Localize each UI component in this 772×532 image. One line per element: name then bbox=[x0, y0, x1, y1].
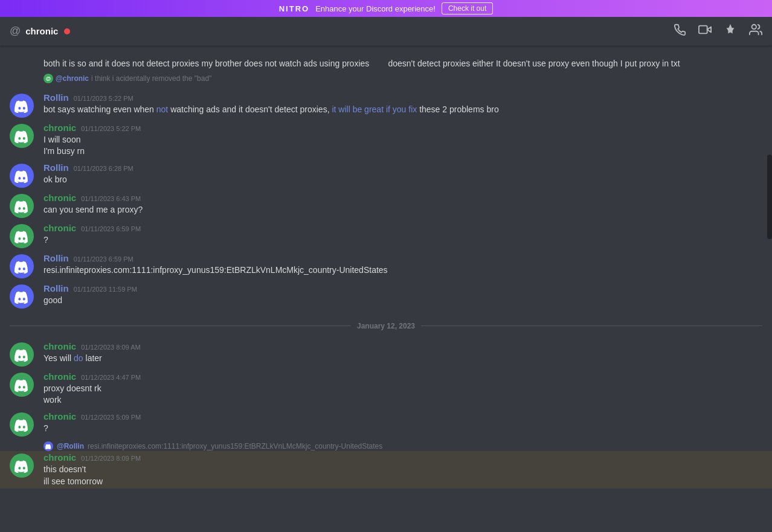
avatar bbox=[10, 224, 34, 248]
username: chronic bbox=[43, 411, 76, 421]
username: chronic bbox=[43, 452, 76, 463]
username: Rollin bbox=[43, 253, 69, 263]
channel-header-left: @ chronic bbox=[10, 25, 70, 37]
date-divider: January 12, 2023 bbox=[0, 312, 772, 340]
message-content: chronic 01/11/2023 6:43 PM can you send … bbox=[43, 193, 762, 218]
avatar bbox=[10, 254, 34, 278]
message-header: Rollin 01/11/2023 5:22 PM bbox=[43, 92, 762, 103]
username: chronic bbox=[43, 223, 76, 233]
message-text: good bbox=[43, 295, 762, 307]
avatar bbox=[10, 342, 34, 367]
channel-header-right bbox=[673, 23, 762, 39]
message-header: chronic 01/11/2023 6:43 PM bbox=[43, 193, 762, 203]
mention-avatar: @ bbox=[43, 74, 53, 83]
message-header: Rollin 01/11/2023 6:59 PM bbox=[43, 253, 762, 263]
username: Rollin bbox=[43, 92, 69, 103]
username: chronic bbox=[43, 371, 76, 382]
channel-name: chronic bbox=[25, 26, 58, 36]
username: Rollin bbox=[43, 162, 69, 173]
message-header: Rollin 01/11/2023 6:28 PM bbox=[43, 162, 762, 173]
list-item: Rollin 01/11/2023 6:28 PM ok bro bbox=[0, 161, 772, 189]
list-item: chronic 01/12/2023 8:09 PM this doesn't … bbox=[0, 451, 772, 489]
messages-area: both it is so and it does not detect pro… bbox=[0, 46, 772, 532]
at-icon: @ bbox=[10, 25, 21, 37]
timestamp: 01/11/2023 6:43 PM bbox=[81, 195, 141, 202]
message-text: proxy doesnt rk bbox=[43, 383, 762, 395]
message-text: I will soon bbox=[43, 134, 762, 146]
channel-header: @ chronic bbox=[0, 17, 772, 46]
username: chronic bbox=[43, 193, 76, 203]
message-header: chronic 01/11/2023 5:22 PM bbox=[43, 123, 762, 133]
timestamp: 01/11/2023 6:59 PM bbox=[74, 255, 133, 263]
timestamp: 01/11/2023 5:22 PM bbox=[74, 95, 133, 102]
list-item: chronic 01/11/2023 6:59 PM ? bbox=[0, 222, 772, 249]
phone-call-icon[interactable] bbox=[673, 23, 686, 39]
message-text: I'm busy rn bbox=[43, 146, 762, 158]
timestamp: 01/11/2023 6:28 PM bbox=[74, 165, 133, 172]
check-it-out-button[interactable]: Check it out bbox=[442, 2, 493, 14]
reply-avatar bbox=[43, 441, 53, 451]
timestamp: 01/11/2023 11:59 PM bbox=[74, 286, 137, 293]
svg-rect-1 bbox=[699, 26, 707, 34]
avatar bbox=[10, 412, 34, 437]
message-text: both it is so and it does not detect pro… bbox=[43, 58, 762, 70]
list-item: both it is so and it does not detect pro… bbox=[0, 56, 772, 72]
message-text: ? bbox=[43, 423, 762, 435]
pin-icon[interactable] bbox=[724, 23, 737, 39]
list-item: chronic 01/12/2023 5:09 PM ? bbox=[0, 410, 772, 438]
timestamp: 01/11/2023 5:22 PM bbox=[81, 125, 141, 132]
divider-line bbox=[10, 325, 351, 326]
nitro-enhance-text: Enhance your Discord experience! bbox=[315, 4, 436, 13]
username: Rollin bbox=[43, 283, 69, 293]
svg-marker-0 bbox=[707, 27, 711, 32]
list-item: chronic 01/11/2023 6:43 PM can you send … bbox=[0, 191, 772, 219]
message-header: chronic 01/12/2023 8:09 PM bbox=[43, 452, 762, 463]
scrollbar-thumb[interactable] bbox=[767, 155, 772, 239]
avatar bbox=[10, 453, 34, 478]
list-item: Rollin 01/11/2023 11:59 PM good bbox=[0, 282, 772, 310]
list-item: chronic 01/11/2023 5:22 PM I will soon I… bbox=[0, 121, 772, 159]
timestamp: 01/12/2023 4:47 PM bbox=[81, 374, 141, 381]
video-icon[interactable] bbox=[698, 23, 712, 39]
reply-reference: @Rollin resi.infiniteproxies.com:1111:in… bbox=[0, 440, 772, 451]
message-content: chronic 01/12/2023 8:09 AM Yes will do l… bbox=[43, 341, 762, 367]
message-content: chronic 01/12/2023 4:47 PM proxy doesnt … bbox=[43, 371, 762, 406]
at-mention-reply: @ @chronic i think i acidentally removed… bbox=[43, 74, 762, 83]
message-text: this doesn't bbox=[43, 464, 762, 476]
timestamp: 01/12/2023 8:09 PM bbox=[81, 455, 141, 462]
message-text: resi.infiniteproxies.com:1111:infproxy_y… bbox=[43, 264, 762, 277]
mention-text: i think i acidentally removed the "bad" bbox=[91, 74, 211, 83]
avatar bbox=[10, 284, 34, 309]
avatar bbox=[10, 194, 34, 218]
message-header: chronic 01/11/2023 6:59 PM bbox=[43, 223, 762, 233]
avatar bbox=[10, 373, 34, 397]
message-header: Rollin 01/11/2023 11:59 PM bbox=[43, 283, 762, 293]
message-text: ill see tomorrow bbox=[43, 476, 762, 488]
message-text: ? bbox=[43, 234, 762, 246]
avatar bbox=[10, 164, 34, 188]
svg-point-2 bbox=[752, 25, 756, 29]
message-text: can you send me a proxy? bbox=[43, 204, 762, 216]
message-text: ok bro bbox=[43, 174, 762, 186]
message-header: chronic 01/12/2023 4:47 PM bbox=[43, 371, 762, 382]
mention-username: @chronic bbox=[56, 74, 89, 83]
avatar bbox=[10, 124, 34, 148]
message-content: Rollin 01/11/2023 6:59 PM resi.infinitep… bbox=[43, 253, 762, 278]
reply-text: resi.infiniteproxies.com:1111:infproxy_y… bbox=[88, 442, 382, 450]
message-header: chronic 01/12/2023 5:09 PM bbox=[43, 411, 762, 421]
list-item: Rollin 01/11/2023 6:59 PM resi.infinitep… bbox=[0, 252, 772, 280]
divider-line bbox=[421, 325, 762, 326]
message-content: Rollin 01/11/2023 6:28 PM ok bro bbox=[43, 162, 762, 188]
username: chronic bbox=[43, 341, 76, 351]
timestamp: 01/11/2023 6:59 PM bbox=[81, 225, 141, 232]
list-item: chronic 01/12/2023 8:09 AM Yes will do l… bbox=[0, 340, 772, 368]
list-item: Rollin 01/11/2023 5:22 PM bot says watch… bbox=[0, 91, 772, 119]
message-content: Rollin 01/11/2023 11:59 PM good bbox=[43, 283, 762, 309]
online-status-dot bbox=[64, 28, 70, 34]
message-content: chronic 01/12/2023 5:09 PM ? bbox=[43, 411, 762, 437]
member-list-icon[interactable] bbox=[749, 23, 762, 39]
list-item: chronic 01/12/2023 4:47 PM proxy doesnt … bbox=[0, 370, 772, 408]
nitro-banner: NITRO Enhance your Discord experience! C… bbox=[0, 0, 772, 17]
message-text: work bbox=[43, 394, 762, 406]
reply-username: @Rollin bbox=[57, 442, 84, 450]
